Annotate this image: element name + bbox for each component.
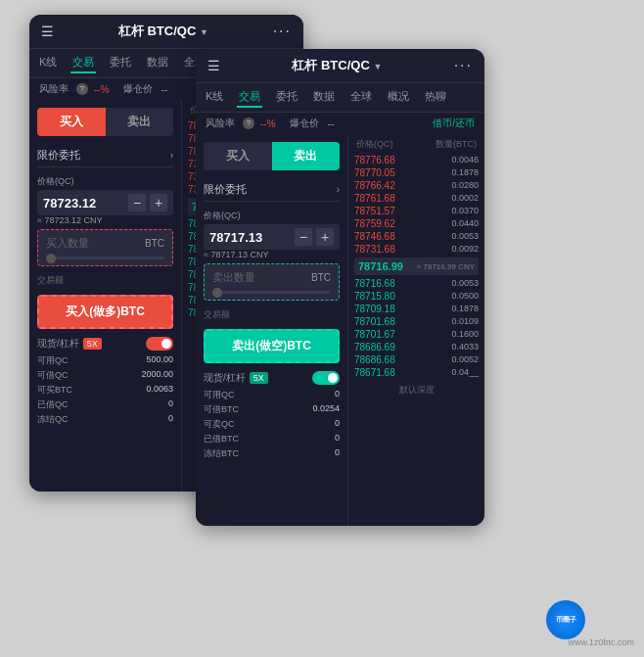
left-stat-2-label: 可买BTC bbox=[37, 384, 72, 397]
left-tab-delegate[interactable]: 委托 bbox=[108, 53, 133, 73]
right-more-icon[interactable]: ··· bbox=[454, 57, 473, 74]
left-stats: 可用QC 500.00 可借QC 2000.00 可买BTC 0.0063 已借… bbox=[37, 354, 173, 426]
right-stat-3: 已借BTC 0 bbox=[204, 433, 340, 446]
right-nav-tabs: K线 交易 委托 数据 全球 概况 热聊 bbox=[196, 83, 484, 113]
right-order-form: 买入 卖出 限价委托 › 价格(QC) 78717.13 − + ≈ 78717… bbox=[196, 134, 347, 526]
right-stat-1-value: 0.0254 bbox=[312, 403, 340, 416]
left-order-form: 买入 卖出 限价委托 › 价格(QC) 78723.12 − + ≈ 78723… bbox=[29, 100, 181, 492]
right-risk-label: 风险率 bbox=[206, 117, 235, 130]
right-default-depth[interactable]: 默认深度 bbox=[354, 382, 479, 399]
right-leverage-badge[interactable]: 5X bbox=[250, 372, 268, 384]
right-leverage-row: 现货/杠杆 5X bbox=[204, 371, 340, 385]
left-price-plus[interactable]: + bbox=[150, 194, 167, 211]
right-stat-2: 可卖QC 0 bbox=[204, 418, 340, 431]
left-sell-button[interactable]: 卖出 bbox=[106, 108, 174, 136]
right-cny-hint: ≈ 78717.13 CNY bbox=[204, 250, 340, 259]
left-stat-1-value: 2000.00 bbox=[141, 369, 173, 382]
right-tab-kline[interactable]: K线 bbox=[204, 87, 225, 108]
left-qty-unit: BTC bbox=[145, 238, 164, 249]
left-trade-fee: 交易额 bbox=[37, 274, 173, 287]
left-toggle[interactable] bbox=[146, 337, 173, 351]
right-qiang-label: 爆仓价 bbox=[290, 117, 319, 130]
right-bid-4: 78701.670.1600 bbox=[354, 329, 479, 340]
right-stat-2-label: 可卖QC bbox=[204, 418, 235, 431]
left-stat-0: 可用QC 500.00 bbox=[37, 354, 173, 367]
right-trade-fee: 交易额 bbox=[204, 308, 340, 321]
right-tab-data[interactable]: 数据 bbox=[311, 87, 337, 108]
logo-text: 币圈子 bbox=[556, 615, 576, 625]
right-sell-button[interactable]: 卖出 bbox=[272, 142, 341, 170]
left-stat-3: 已借QC 0 bbox=[37, 399, 173, 411]
right-qty-placeholder: 卖出数量 bbox=[212, 270, 311, 285]
left-qty-input[interactable]: 买入数量 BTC bbox=[37, 229, 173, 266]
left-price-controls: − + bbox=[128, 194, 167, 211]
left-tab-kline[interactable]: K线 bbox=[37, 53, 59, 73]
right-stat-2-value: 0 bbox=[335, 418, 340, 431]
left-qty-row: 买入数量 BTC bbox=[46, 236, 164, 251]
left-more-icon[interactable]: ··· bbox=[273, 23, 292, 40]
right-toggle[interactable] bbox=[312, 371, 340, 385]
right-stat-0-value: 0 bbox=[335, 389, 340, 401]
right-ask-6: 78746.680.0053 bbox=[354, 231, 479, 242]
left-tab-trade[interactable]: 交易 bbox=[70, 53, 96, 73]
left-action-button[interactable]: 买入(做多)BTC bbox=[37, 295, 173, 329]
right-price-input[interactable]: 78717.13 − + bbox=[204, 224, 340, 250]
right-tab-delegate[interactable]: 委托 bbox=[274, 87, 299, 108]
left-stat-0-value: 500.00 bbox=[146, 354, 173, 367]
right-borrow-return[interactable]: 借币/还币 bbox=[433, 117, 475, 130]
left-risk-help[interactable]: ? bbox=[76, 83, 88, 95]
right-tab-trade[interactable]: 交易 bbox=[237, 87, 262, 108]
left-menu-icon[interactable]: ☰ bbox=[41, 23, 54, 39]
left-stat-1-label: 可借QC bbox=[37, 369, 69, 382]
right-bid-2: 78709.180.1878 bbox=[354, 304, 479, 314]
right-buy-sell-toggle: 买入 卖出 bbox=[204, 142, 340, 170]
right-qty-unit: BTC bbox=[311, 272, 331, 283]
right-ask-7: 78731.680.0092 bbox=[354, 244, 479, 255]
coin-logo: 币圈子 bbox=[546, 600, 585, 639]
right-bid-5: 78686.690.4033 bbox=[354, 342, 479, 352]
right-risk-help[interactable]: ? bbox=[243, 117, 254, 129]
right-bid-6: 78686.680.0052 bbox=[354, 354, 479, 365]
right-tab-global[interactable]: 全球 bbox=[348, 87, 374, 108]
left-price-minus[interactable]: − bbox=[128, 194, 146, 211]
right-tab-chat[interactable]: 热聊 bbox=[423, 87, 448, 108]
right-price-list: 价格(QC) 数量(BTC) 78776.680.0046 78770.050.… bbox=[347, 134, 484, 526]
right-price-plus[interactable]: + bbox=[316, 228, 334, 246]
right-leverage-label: 现货/杠杆 bbox=[204, 371, 246, 385]
left-order-type[interactable]: 限价委托 › bbox=[37, 144, 173, 167]
left-cny-hint: ≈ 78723.12 CNY bbox=[37, 215, 173, 225]
left-stat-2: 可买BTC 0.0063 bbox=[37, 384, 173, 397]
right-bid-0: 78716.680.0053 bbox=[354, 278, 479, 289]
left-qty-slider[interactable] bbox=[46, 257, 164, 259]
right-price-minus[interactable]: − bbox=[295, 228, 312, 246]
right-qty-input[interactable]: 卖出数量 BTC bbox=[204, 263, 340, 301]
right-header: ☰ 杠杆 BTC/QC ▼ ··· bbox=[196, 49, 484, 83]
right-menu-icon[interactable]: ☰ bbox=[207, 58, 220, 73]
right-ask-0: 78776.680.0046 bbox=[354, 155, 479, 165]
right-action-button[interactable]: 卖出(做空)BTC bbox=[204, 329, 340, 363]
left-price-input[interactable]: 78723.12 − + bbox=[37, 190, 173, 215]
left-buy-button[interactable]: 买入 bbox=[37, 108, 106, 136]
right-tab-overview[interactable]: 概况 bbox=[386, 87, 411, 108]
left-stat-4-label: 冻结QC bbox=[37, 413, 69, 426]
left-leverage-badge[interactable]: 5X bbox=[83, 338, 102, 350]
right-stat-4-label: 冻结BTC bbox=[204, 447, 239, 460]
left-tab-data[interactable]: 数据 bbox=[145, 53, 170, 73]
right-price-value: 78717.13 bbox=[209, 230, 295, 245]
right-qty-row: 卖出数量 BTC bbox=[212, 270, 331, 285]
watermark-text: www.1z0btc.com bbox=[568, 637, 634, 647]
left-stat-0-label: 可用QC bbox=[37, 354, 69, 367]
right-price-list-header: 价格(QC) 数量(BTC) bbox=[354, 138, 479, 151]
right-buy-button[interactable]: 买入 bbox=[204, 142, 272, 170]
left-order-type-arrow: › bbox=[170, 150, 173, 161]
left-stat-2-value: 0.0063 bbox=[146, 384, 173, 397]
right-body: 买入 卖出 限价委托 › 价格(QC) 78717.13 − + ≈ 78717… bbox=[196, 134, 484, 526]
right-order-type[interactable]: 限价委托 › bbox=[204, 178, 340, 202]
right-stat-0: 可用QC 0 bbox=[204, 389, 340, 401]
left-stat-1: 可借QC 2000.00 bbox=[37, 369, 173, 382]
right-stat-3-value: 0 bbox=[335, 433, 340, 446]
right-phone-panel: ☰ 杠杆 BTC/QC ▼ ··· K线 交易 委托 数据 全球 概况 热聊 风… bbox=[196, 49, 484, 526]
right-ask-2: 78766.420.0280 bbox=[354, 180, 479, 191]
right-ask-4: 78751.570.0370 bbox=[354, 206, 479, 216]
right-qty-slider[interactable] bbox=[212, 291, 331, 294]
